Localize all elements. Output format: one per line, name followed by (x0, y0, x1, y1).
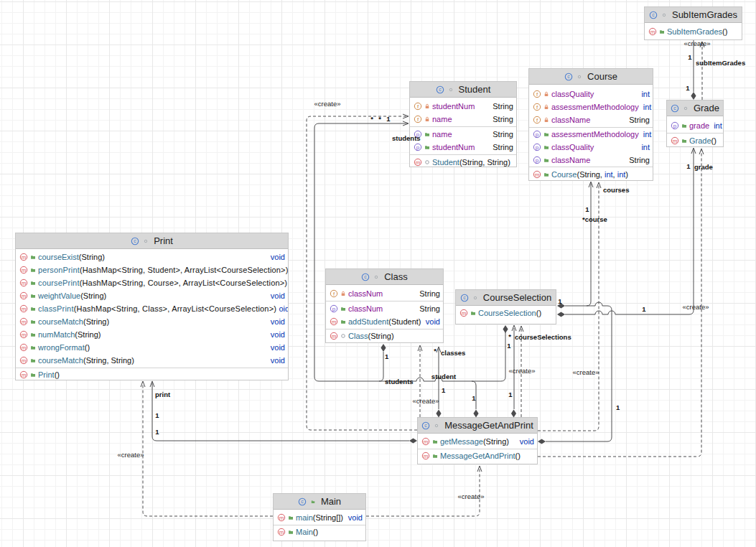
svg-text:«create»: «create» (684, 39, 711, 47)
svg-text:1: 1 (686, 84, 690, 92)
svg-text:1: 1 (507, 342, 511, 350)
svg-text:1: 1 (155, 428, 159, 436)
svg-text:«create»: «create» (683, 303, 709, 311)
svg-text:«create»: «create» (458, 492, 485, 500)
svg-text:print: print (155, 391, 171, 398)
svg-text:classes: classes (441, 349, 465, 357)
svg-text:«create»: «create» (573, 368, 599, 376)
svg-text:*: * (370, 115, 373, 123)
svg-text:student: student (431, 373, 457, 380)
svg-text:*: * (434, 347, 437, 355)
svg-text:«create»: «create» (509, 367, 536, 375)
svg-text:students: students (392, 134, 421, 142)
svg-text:1: 1 (442, 386, 446, 394)
svg-text:1: 1 (386, 115, 391, 123)
svg-text:courseSelections: courseSelections (515, 333, 571, 341)
svg-text:*: * (508, 332, 511, 340)
svg-text:*course: *course (582, 215, 607, 223)
svg-text:1: 1 (385, 352, 389, 360)
svg-text:«create»: «create» (314, 100, 341, 108)
svg-text:grade: grade (694, 163, 713, 171)
svg-text:1: 1 (472, 394, 476, 402)
svg-text:1: 1 (558, 297, 562, 305)
svg-text:1: 1 (585, 205, 589, 213)
svg-text:students: students (385, 378, 414, 385)
svg-text:«create»: «create» (413, 397, 439, 405)
svg-text:*: * (378, 115, 381, 123)
svg-text:subItemGrades: subItemGrades (696, 59, 745, 67)
svg-text:courses: courses (603, 186, 629, 194)
svg-text:1: 1 (508, 391, 513, 398)
svg-text:1: 1 (642, 305, 646, 313)
svg-text:«create»: «create» (118, 451, 144, 459)
svg-text:1: 1 (616, 403, 620, 411)
svg-text:1: 1 (688, 53, 692, 61)
svg-text:1: 1 (155, 411, 159, 419)
svg-text:1: 1 (686, 162, 691, 170)
